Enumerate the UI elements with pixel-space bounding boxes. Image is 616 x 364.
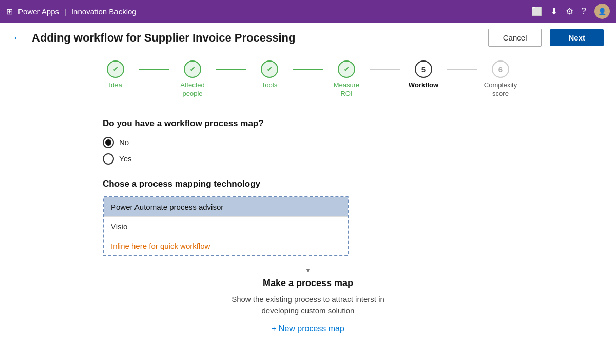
process-map-desc: Show the existing process to attract int… — [103, 294, 513, 317]
process-map-section: Make a process map Show the existing pro… — [103, 278, 513, 333]
header-row: ← Adding workflow for Supplier Invoice P… — [0, 23, 616, 51]
connector-1 — [139, 69, 169, 70]
dropdown-item-visio[interactable]: Visio — [104, 216, 348, 236]
connector-5 — [447, 69, 477, 70]
settings-icon[interactable]: ⚙ — [566, 6, 573, 17]
radio-no-circle[interactable] — [103, 137, 114, 148]
page-title: Adding workflow for Supplier Invoice Pro… — [32, 31, 480, 45]
radio-yes[interactable]: Yes — [103, 153, 513, 165]
process-tech-dropdown[interactable]: Power Automate process advisor Visio Inl… — [103, 196, 349, 256]
step-label-tools: Tools — [262, 81, 277, 90]
connector-2 — [216, 69, 246, 70]
step-label-affected: Affectedpeople — [180, 81, 204, 98]
radio-no[interactable]: No — [103, 137, 513, 148]
project-name: Innovation Backlog — [71, 7, 137, 16]
step-circle-affected: ✓ — [184, 60, 201, 78]
step-workflow: 5 Workflow — [400, 60, 447, 90]
step-circle-workflow: 5 — [415, 60, 432, 78]
workflow-question: Do you have a workflow process map? — [103, 118, 513, 129]
cancel-button[interactable]: Cancel — [488, 29, 542, 47]
dropdown-item-inline[interactable]: Inline here for quick workflow — [104, 236, 348, 255]
monitor-icon[interactable]: ⬜ — [531, 6, 542, 17]
main-content: Do you have a workflow process map? No Y… — [0, 106, 616, 346]
new-process-link[interactable]: + New process map — [103, 324, 513, 333]
radio-no-label: No — [119, 138, 129, 147]
topbar-right: ⬜ ⬇ ⚙ ? 👤 — [531, 4, 610, 19]
step-circle-complexity: 6 — [492, 60, 509, 78]
step-circle-tools: ✓ — [261, 60, 278, 78]
dropdown-selected-text: Power Automate process advisor — [111, 203, 223, 211]
avatar[interactable]: 👤 — [594, 4, 610, 19]
download-icon[interactable]: ⬇ — [550, 6, 557, 17]
process-tech-label: Chose a process mapping technology — [103, 179, 513, 189]
stepper: ✓ Idea ✓ Affectedpeople ✓ Tools ✓ Measur… — [0, 51, 616, 106]
dropdown-visio-label: Visio — [111, 222, 127, 231]
back-button[interactable]: ← — [12, 31, 24, 45]
grid-icon[interactable]: ⊞ — [6, 7, 13, 16]
connector-4 — [370, 69, 400, 70]
step-measure-roi: ✓ MeasureROI — [323, 60, 370, 98]
radio-yes-circle[interactable] — [103, 153, 114, 165]
radio-yes-label: Yes — [119, 154, 131, 163]
step-tools: ✓ Tools — [246, 60, 293, 90]
step-label-workflow: Workflow — [409, 81, 438, 90]
dropdown-selected-item[interactable]: Power Automate process advisor — [104, 197, 348, 216]
step-label-roi: MeasureROI — [334, 81, 360, 98]
dropdown-arrow-indicator: ▼ — [103, 267, 513, 274]
help-icon[interactable]: ? — [582, 6, 586, 16]
connector-3 — [293, 69, 323, 70]
topbar-separator: | — [64, 7, 66, 16]
radio-group: No Yes — [103, 137, 513, 165]
step-label-idea: Idea — [109, 81, 122, 90]
process-map-title: Make a process map — [103, 278, 513, 289]
topbar: ⊞ Power Apps | Innovation Backlog ⬜ ⬇ ⚙ … — [0, 0, 616, 23]
app-name: Power Apps — [18, 7, 59, 16]
step-label-complexity: Complexityscore — [484, 81, 517, 98]
step-affected-people: ✓ Affectedpeople — [169, 60, 216, 98]
step-idea: ✓ Idea — [92, 60, 139, 90]
next-button[interactable]: Next — [550, 29, 604, 46]
step-circle-roi: ✓ — [338, 60, 355, 78]
step-complexity: 6 Complexityscore — [477, 60, 524, 98]
dropdown-inline-label: Inline here for quick workflow — [111, 241, 210, 250]
step-circle-idea: ✓ — [107, 60, 124, 78]
